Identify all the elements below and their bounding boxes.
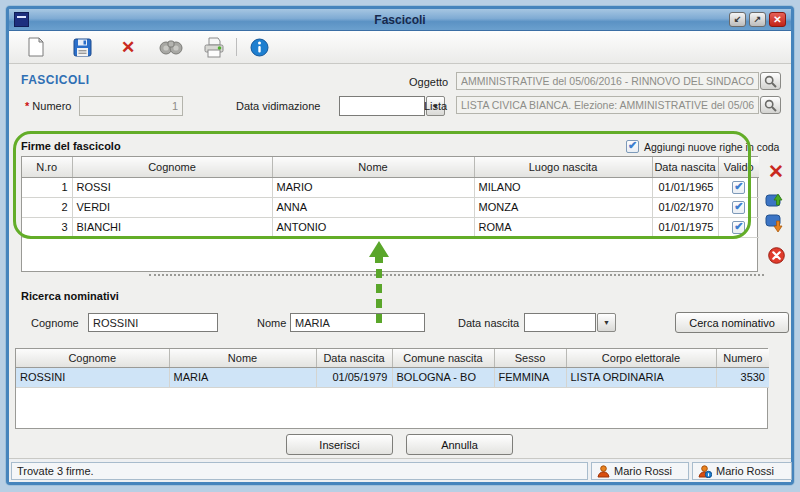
- status-user-1: Mario Rossi: [591, 462, 689, 480]
- cell-luogo[interactable]: MILANO: [474, 177, 652, 197]
- lista-label: Lista: [424, 100, 447, 112]
- cell-nome[interactable]: MARIO: [272, 177, 474, 197]
- col-data-nascita[interactable]: Data nascita: [652, 157, 718, 177]
- res-col-cognome[interactable]: Cognome: [16, 349, 169, 367]
- lista-field[interactable]: [456, 96, 759, 114]
- firme-header-row: N.ro Cognome Nome Luogo nascita Data nas…: [22, 157, 759, 177]
- valido-checkbox[interactable]: [732, 221, 745, 234]
- cell-nome[interactable]: ANTONIO: [272, 217, 474, 237]
- save-icon[interactable]: [69, 34, 95, 60]
- maximize-icon[interactable]: ↗: [749, 12, 766, 27]
- cell-nro[interactable]: 1: [22, 177, 72, 197]
- user-name: Mario Rossi: [716, 465, 774, 477]
- res-cell-comune[interactable]: BOLOGNA - BO: [392, 367, 494, 387]
- cell-data[interactable]: 01/01/1975: [652, 217, 718, 237]
- table-row[interactable]: 3 BIANCHI ANTONIO ROMA 01/01/1975: [22, 217, 759, 237]
- delete-icon[interactable]: ✕: [115, 34, 141, 60]
- cell-nome[interactable]: ANNA: [272, 197, 474, 217]
- res-col-numero[interactable]: Numero: [716, 349, 769, 367]
- col-luogo-nascita[interactable]: Luogo nascita: [474, 157, 652, 177]
- ricerca-data-nascita-label: Data nascita: [458, 317, 519, 329]
- status-message: Trovate 3 firme.: [11, 462, 588, 480]
- cerca-nominativo-button[interactable]: Cerca nominativo: [675, 312, 789, 333]
- firme-table: N.ro Cognome Nome Luogo nascita Data nas…: [21, 156, 758, 272]
- numero-field[interactable]: [79, 96, 183, 116]
- app-logo-icon: [14, 12, 29, 27]
- page-title: FASCICOLI: [21, 73, 90, 87]
- window-title: Fascicoli: [9, 13, 791, 27]
- oggetto-field[interactable]: [456, 72, 759, 90]
- cell-cognome[interactable]: ROSSI: [72, 177, 272, 197]
- table-row[interactable]: 2 VERDI ANNA MONZA 01/02/1970: [22, 197, 759, 217]
- res-col-data-nascita[interactable]: Data nascita: [316, 349, 392, 367]
- results-header-row: Cognome Nome Data nascita Comune nascita…: [16, 349, 769, 367]
- data-vidimazione-label: Data vidimazione: [236, 100, 320, 112]
- res-col-corpo-elettorale[interactable]: Corpo elettorale: [566, 349, 716, 367]
- oggetto-lookup-icon[interactable]: [760, 72, 781, 90]
- cell-cognome[interactable]: BIANCHI: [72, 217, 272, 237]
- close-icon[interactable]: ✕: [769, 12, 786, 27]
- resize-dotted-line[interactable]: [149, 274, 764, 276]
- cell-nro[interactable]: 2: [22, 197, 72, 217]
- toolbar: ✕: [9, 31, 791, 64]
- cancel-red-circle-icon[interactable]: [766, 245, 786, 265]
- lista-lookup-icon[interactable]: [760, 96, 781, 114]
- binoculars-search-icon[interactable]: [158, 34, 184, 60]
- res-col-sesso[interactable]: Sesso: [494, 349, 566, 367]
- res-cell-nome[interactable]: MARIA: [169, 367, 316, 387]
- col-valido[interactable]: Valido: [718, 157, 759, 177]
- cell-luogo[interactable]: MONZA: [474, 197, 652, 217]
- res-col-comune-nascita[interactable]: Comune nascita: [392, 349, 494, 367]
- inserisci-button[interactable]: Inserisci: [286, 434, 393, 455]
- numero-label: Numero: [32, 100, 71, 112]
- valido-checkbox[interactable]: [732, 181, 745, 194]
- info-icon[interactable]: [246, 34, 272, 60]
- ricerca-data-dropdown-icon[interactable]: ▼: [597, 313, 616, 332]
- cell-data[interactable]: 01/01/1965: [652, 177, 718, 197]
- firme-group-title: Firme del fascicolo: [21, 140, 121, 152]
- titlebar: Fascicoli ↙ ↗ ✕: [9, 9, 791, 31]
- result-row-selected[interactable]: ROSSINI MARIA 01/05/1979 BOLOGNA - BO FE…: [16, 367, 769, 387]
- user-name: Mario Rossi: [614, 465, 672, 477]
- printer-icon[interactable]: [201, 34, 227, 60]
- data-vidimazione-field[interactable]: [339, 96, 425, 116]
- res-col-nome[interactable]: Nome: [169, 349, 316, 367]
- results-table: Cognome Nome Data nascita Comune nascita…: [15, 348, 768, 429]
- res-cell-data[interactable]: 01/05/1979: [316, 367, 392, 387]
- valido-checkbox[interactable]: [732, 201, 745, 214]
- user-icon: [597, 465, 610, 478]
- cell-cognome[interactable]: VERDI: [72, 197, 272, 217]
- ricerca-data-nascita-input[interactable]: [524, 313, 596, 332]
- ricerca-cognome-input[interactable]: [88, 313, 218, 332]
- cell-valido: [718, 197, 759, 217]
- cell-valido: [718, 217, 759, 237]
- cell-luogo[interactable]: ROMA: [474, 217, 652, 237]
- status-text: Trovate 3 firme.: [17, 465, 94, 477]
- col-cognome[interactable]: Cognome: [72, 157, 272, 177]
- col-nro[interactable]: N.ro: [22, 157, 72, 177]
- delete-row-icon[interactable]: ✕: [766, 161, 786, 181]
- res-cell-numero[interactable]: 3530: [716, 367, 769, 387]
- status-user-2: Mario Rossi: [692, 462, 792, 480]
- table-row[interactable]: 1 ROSSI MARIO MILANO 01/01/1965: [22, 177, 759, 197]
- res-cell-sesso[interactable]: FEMMINA: [494, 367, 566, 387]
- user-info-icon: [698, 465, 712, 478]
- status-bar: Trovate 3 firme. Mario Rossi Mario Rossi: [9, 458, 791, 482]
- move-row-down-icon[interactable]: [765, 212, 785, 232]
- res-cell-corpo[interactable]: LISTA ORDINARIA: [566, 367, 716, 387]
- new-document-icon[interactable]: [23, 34, 49, 60]
- col-nome[interactable]: Nome: [272, 157, 474, 177]
- oggetto-label: Oggetto: [409, 76, 448, 88]
- cell-nro[interactable]: 3: [22, 217, 72, 237]
- ricerca-nome-input[interactable]: [290, 313, 425, 332]
- res-cell-cognome[interactable]: ROSSINI: [16, 367, 169, 387]
- append-rows-label: Aggiungi nuove righe in coda: [644, 141, 779, 153]
- annulla-button[interactable]: Annulla: [406, 434, 513, 455]
- cell-data[interactable]: 01/02/1970: [652, 197, 718, 217]
- restore-down-icon[interactable]: ↙: [729, 12, 746, 27]
- ricerca-group-title: Ricerca nominativi: [21, 290, 119, 302]
- app-window: Fascicoli ↙ ↗ ✕ ✕ FASCICOLI * N: [6, 6, 794, 485]
- append-rows-checkbox[interactable]: [626, 140, 639, 153]
- toolbar-separator: [236, 38, 237, 56]
- move-row-up-icon[interactable]: [765, 189, 785, 209]
